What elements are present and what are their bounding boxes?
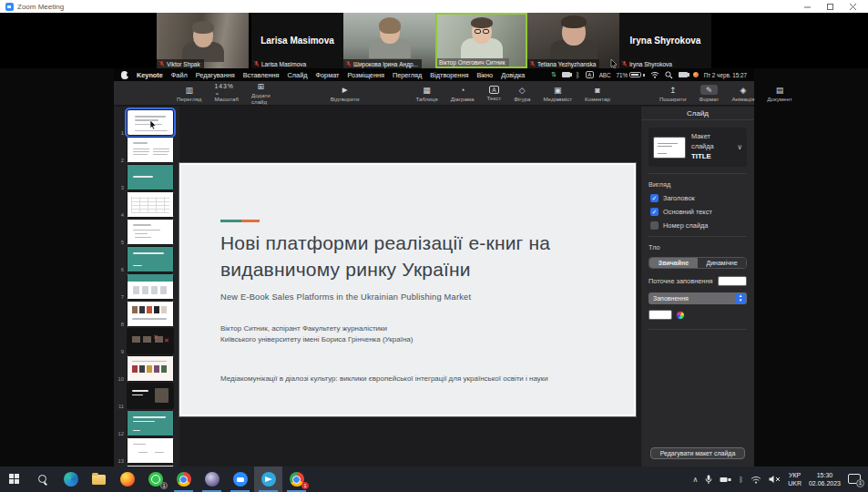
- bluetooth-icon[interactable]: ᛒ: [576, 71, 580, 79]
- share-button[interactable]: ↥ Поширити: [653, 81, 693, 105]
- taskbar-edge[interactable]: [56, 466, 85, 492]
- menu-window[interactable]: Вікно: [476, 71, 493, 79]
- zoom-logo-icon: [5, 3, 14, 11]
- edit-slide-layout-button[interactable]: Редагувати макет слайда: [650, 447, 745, 459]
- menu-keynote[interactable]: Keynote: [137, 71, 163, 79]
- slide-thumbnail-12[interactable]: 12: [114, 410, 179, 437]
- taskbar-clock[interactable]: 15:3002.06.2023: [809, 471, 841, 487]
- zoom-level-control[interactable]: 143% ⌄ Масштаб: [208, 81, 244, 105]
- slide-thumbnail-11[interactable]: 11: [114, 383, 179, 410]
- menu-file[interactable]: Файл: [171, 71, 188, 79]
- fill-color-swatch[interactable]: [648, 310, 672, 320]
- slide-thumbnail-7[interactable]: 7: [114, 273, 179, 301]
- video-tile-larisa-masimova[interactable]: Larisa Masimova Larisa Masimova: [251, 13, 343, 68]
- menu-help[interactable]: Довідка: [501, 71, 525, 79]
- slide-number-checkbox-row[interactable]: Номер слайда: [650, 221, 745, 230]
- taskbar-search-button[interactable]: [28, 466, 56, 492]
- slide-thumbnail-9[interactable]: 9 ✕ ✕: [114, 328, 179, 355]
- slide-author[interactable]: Віктор Ситник, аспірант Факультету журна…: [220, 323, 413, 345]
- video-tile-viktor-shpak[interactable]: Viktor Shpak: [157, 13, 249, 68]
- video-tile-iryna-shyrokova[interactable]: Iryna Shyrokova Iryna Shyrokova: [619, 13, 711, 68]
- slide-thumbnail-6[interactable]: 6: [114, 246, 179, 273]
- color-wheel-icon[interactable]: [676, 311, 685, 320]
- battery-indicator[interactable]: 71%: [617, 72, 645, 78]
- wifi-icon[interactable]: [650, 71, 659, 78]
- dropdown-stepper-icon[interactable]: ▲ ▼: [735, 293, 746, 303]
- checkbox-checked-icon[interactable]: ✓: [650, 208, 659, 216]
- taskbar-file-explorer[interactable]: [85, 466, 113, 492]
- menu-insert[interactable]: Вставлення: [243, 71, 280, 79]
- comment-button[interactable]: ◙ Коментар: [578, 81, 617, 105]
- tray-network-icon[interactable]: [751, 476, 761, 484]
- menu-arrange[interactable]: Розміщення: [347, 71, 384, 79]
- taskbar-chrome[interactable]: [169, 466, 198, 492]
- slide-subtitle[interactable]: New E-Book Sales Platforms in the Ukrain…: [220, 292, 471, 302]
- action-center-icon[interactable]: 1: [848, 474, 863, 486]
- body-text-checkbox-row[interactable]: ✓ Основний текст: [650, 208, 745, 216]
- slide-thumbnail-8[interactable]: 8: [114, 301, 179, 328]
- animate-button[interactable]: ◈ Анімація: [725, 81, 761, 105]
- checkbox-unchecked-icon[interactable]: [650, 221, 659, 230]
- input-abc-label[interactable]: ABC: [599, 72, 611, 78]
- slide-thumbnail-5[interactable]: 5: [114, 219, 179, 246]
- start-button[interactable]: [0, 466, 28, 492]
- video-tile-viktor-sytnyk-active-speaker[interactable]: Віктор Олегович Ситник: [435, 13, 527, 68]
- menu-view[interactable]: Перегляд: [393, 71, 422, 79]
- current-slide[interactable]: Нові платформи реалізації е-книг на вида…: [179, 163, 636, 416]
- chart-button[interactable]: ◔ Діаграма: [444, 81, 481, 105]
- taskbar-whatsapp[interactable]: 1: [141, 466, 169, 492]
- document-button[interactable]: ▤ Документ: [761, 81, 798, 105]
- tray-bluetooth-icon[interactable]: ᛒ: [739, 476, 743, 484]
- maximize-button[interactable]: [826, 3, 834, 11]
- title-checkbox-row[interactable]: ✓ Заголовок: [650, 194, 745, 202]
- spotlight-icon[interactable]: [665, 71, 673, 79]
- table-button[interactable]: ▦ Таблиця: [410, 81, 444, 105]
- tray-mic-icon[interactable]: [705, 475, 712, 485]
- camera-status-icon[interactable]: [679, 72, 688, 77]
- media-button[interactable]: ▣ Медіавміст: [536, 81, 578, 105]
- chevron-down-icon[interactable]: ∨: [737, 143, 742, 151]
- slide-footer[interactable]: Медіакомунікації в діалозі культур: викл…: [220, 374, 548, 383]
- slide-thumbnail-1[interactable]: 1: [114, 109, 179, 137]
- input-source-icon[interactable]: А: [586, 71, 594, 78]
- tray-volume-muted-icon[interactable]: [769, 475, 781, 484]
- language-indicator[interactable]: УКРUKR: [788, 471, 802, 487]
- add-slide-button[interactable]: ⊞ Додати слайд: [245, 81, 277, 105]
- close-button[interactable]: [849, 3, 857, 11]
- taskbar-app-unknown[interactable]: [198, 466, 226, 492]
- view-button[interactable]: ▥ Перегляд: [170, 81, 208, 105]
- taskbar-chrome-profile[interactable]: 1: [282, 466, 311, 492]
- tray-device-icon[interactable]: [720, 476, 731, 484]
- slide-title[interactable]: Нові платформи реалізації е-книг на вида…: [220, 231, 576, 283]
- slide-thumbnail-3[interactable]: 3: [114, 164, 179, 191]
- menu-slide[interactable]: Слайд: [288, 71, 308, 79]
- taskbar-zoom[interactable]: [226, 466, 254, 492]
- video-tile-shyrokova-iryna[interactable]: Широкова Ірина Андр...: [343, 13, 435, 68]
- tray-expand-icon[interactable]: ∧: [693, 476, 699, 484]
- display-icon[interactable]: [562, 72, 570, 77]
- shape-button[interactable]: ◇ Фігура: [507, 81, 536, 105]
- taskbar-telegram-active[interactable]: [254, 466, 282, 492]
- screen-share-status-icon[interactable]: ⇅: [551, 71, 557, 78]
- menubar-clock[interactable]: Пт 2 черв. 15:27: [704, 72, 747, 78]
- taskbar-firefox[interactable]: [113, 466, 141, 492]
- minimize-button[interactable]: [803, 3, 812, 11]
- menu-format[interactable]: Формат: [315, 71, 339, 79]
- current-fill-swatch[interactable]: [718, 276, 747, 286]
- segment-standard[interactable]: Звичайне: [649, 258, 698, 268]
- fill-type-dropdown[interactable]: Заповнення ▲ ▼: [648, 292, 747, 304]
- apple-menu-icon[interactable]: [121, 71, 128, 79]
- slide-thumbnail-10[interactable]: 10: [114, 355, 179, 383]
- menu-play[interactable]: Відтворення: [430, 71, 468, 79]
- video-tile-tetiana-yezhyzhanska[interactable]: Tetiana Yezhyzhanska: [527, 13, 619, 68]
- format-button[interactable]: ✎ Формат: [692, 81, 725, 105]
- text-button[interactable]: A Текст: [481, 81, 508, 105]
- checkbox-checked-icon[interactable]: ✓: [650, 194, 659, 202]
- slide-thumbnail-13[interactable]: 13: [114, 437, 179, 465]
- menu-edit[interactable]: Редагування: [196, 71, 235, 79]
- slide-thumbnail-4[interactable]: 4: [114, 191, 179, 219]
- play-button[interactable]: ▶ Відтворити: [324, 81, 366, 105]
- slide-layout-selector[interactable]: Макет слайда TITLE ∨: [648, 128, 747, 167]
- segment-dynamic[interactable]: Динамічне: [698, 258, 746, 268]
- slide-thumbnail-2[interactable]: 2: [114, 137, 179, 164]
